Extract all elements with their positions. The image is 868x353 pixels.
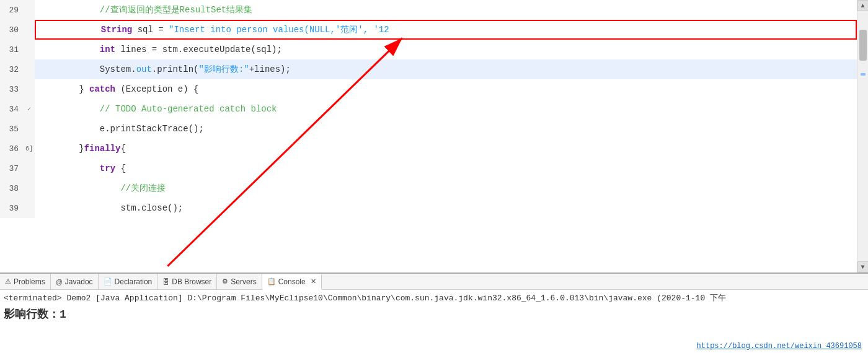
line-content-38: //关闭连接 [35,178,857,198]
javadoc-icon: @ [56,278,63,285]
line-content-29: //查询返回的类型是ResultSet结果集 [35,0,857,20]
console-content: <terminated> Demo2 [Java Application] D:… [0,290,868,353]
line-content-33: } catch (Exception e) { [35,79,857,99]
line-number-34: 34 [0,99,24,119]
blog-link[interactable]: https://blog.csdn.net/weixin_43691058 [697,342,862,351]
tab-dbbrowser[interactable]: 🗄 DB Browser [157,274,217,289]
code-container: 29 //查询返回的类型是ResultSet结果集 30 String sql … [0,0,857,272]
line-gutter-36: 6] [24,139,35,159]
console-terminated-line: <terminated> Demo2 [Java Application] D:… [4,292,864,305]
line-number-35: 35 [0,119,24,139]
console-close-icon[interactable]: ✕ [311,277,316,285]
code-line-39: 39 stm.close(); [0,198,857,218]
line-content-35: e.printStackTrace(); [35,119,857,139]
line-number-39: 39 [0,198,24,218]
line-number-37: 37 [0,159,24,178]
bottom-panel: ⚠ Problems @ Javadoc 📄 Declaration 🗄 DB … [0,272,868,353]
console-icon: 📋 [267,277,276,285]
line-gutter-35 [24,119,35,139]
console-result-line: 影响行数：1 [4,305,864,325]
code-line-35: 35 e.printStackTrace(); [0,119,857,139]
line-content-31: int lines = stm.executeUpdate(sql); [35,40,857,59]
tab-javadoc-label: Javadoc [65,277,93,286]
code-line-36: 36 6] }finally{ [0,139,857,159]
tab-declaration-label: Declaration [115,277,153,286]
editor-area: 29 //查询返回的类型是ResultSet结果集 30 String sql … [0,0,868,272]
declaration-icon: 📄 [104,277,112,285]
kw-string-30: String [101,25,132,35]
code-line-29: 29 //查询返回的类型是ResultSet结果集 [0,0,857,20]
line-number-38: 38 [0,178,24,198]
line-gutter-37 [24,159,35,178]
scroll-down-arrow[interactable]: ▼ [857,261,869,272]
line-number-36: 36 [0,139,24,159]
dbbrowser-icon: 🗄 [162,278,169,285]
problems-icon: ⚠ [5,277,11,285]
tab-servers-label: Servers [231,277,256,286]
line-gutter-33 [24,79,35,99]
line-gutter-29 [24,0,35,20]
result-text: 影响行数：1 [4,308,66,321]
tab-console[interactable]: 📋 Console ✕ [262,274,322,290]
code-lines: 29 //查询返回的类型是ResultSet结果集 30 String sql … [0,0,857,272]
line-number-29: 29 [0,0,24,20]
scroll-up-arrow[interactable]: ▲ [857,0,869,11]
code-line-32: 32 System.out.println("影响行数:"+lines); [0,59,857,79]
line-content-30: String sql = "Insert into person values(… [35,20,857,40]
line-number-33: 33 [0,79,24,99]
tab-problems[interactable]: ⚠ Problems [0,274,51,289]
tab-dbbrowser-label: DB Browser [172,277,211,286]
line-gutter-34: ✓ [24,99,35,119]
code-line-37: 37 try { [0,159,857,178]
line-number-31: 31 [0,40,24,59]
code-30-text [38,25,101,35]
tab-problems-label: Problems [14,277,45,286]
code-line-31: 31 int lines = stm.executeUpdate(sql); [0,40,857,59]
line-number-30: 30 [0,20,24,40]
line-content-32: System.out.println("影响行数:"+lines); [35,59,857,79]
line-gutter-31 [24,40,35,59]
line-number-32: 32 [0,59,24,79]
code-line-34: 34 ✓ // TODO Auto-generated catch block [0,99,857,119]
line-gutter-39 [24,198,35,218]
tab-javadoc[interactable]: @ Javadoc [51,274,99,289]
code-line-38: 38 //关闭连接 [0,178,857,198]
tab-console-label: Console [278,277,306,286]
tab-bar: ⚠ Problems @ Javadoc 📄 Declaration 🗄 DB … [0,274,868,290]
line-gutter-38 [24,178,35,198]
line-content-34: // TODO Auto-generated catch block [35,99,857,119]
tab-declaration[interactable]: 📄 Declaration [99,274,158,289]
vertical-scrollbar[interactable]: ▲ ▼ [857,0,868,272]
servers-icon: ⚙ [222,277,228,285]
line-gutter-30 [24,20,35,40]
line-content-39: stm.close(); [35,198,857,218]
code-line-30: 30 String sql = "Insert into person valu… [0,20,857,40]
line-content-37: try { [35,159,857,178]
comment-29: //查询返回的类型是ResultSet结果集 [37,4,252,15]
code-line-33: 33 } catch (Exception e) { [0,79,857,99]
line-content-36: }finally{ [35,139,857,159]
line-gutter-32 [24,59,35,79]
terminated-text: <terminated> Demo2 [Java Application] D:… [4,294,726,303]
tab-servers[interactable]: ⚙ Servers [217,274,262,289]
